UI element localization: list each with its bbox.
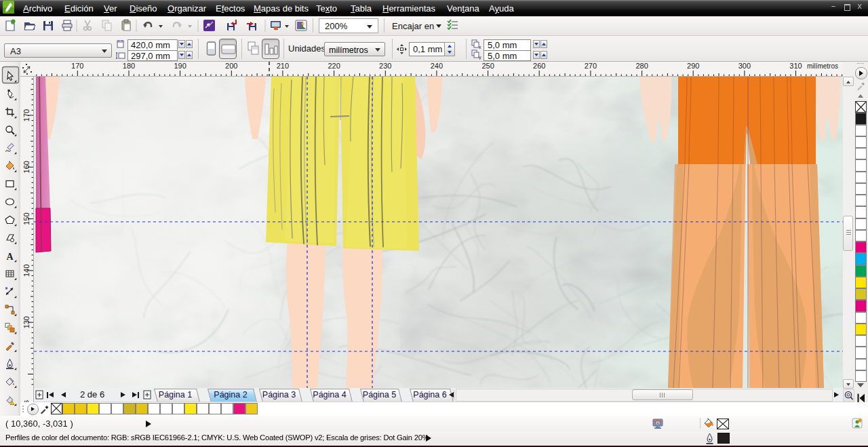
svg-text:260: 260 <box>533 62 545 70</box>
svg-text:310: 310 <box>789 62 802 70</box>
svg-text:300: 300 <box>738 62 751 70</box>
svg-text:130: 130 <box>22 316 31 328</box>
svg-text:y: y <box>479 55 481 60</box>
svg-text:210: 210 <box>277 62 289 70</box>
svg-text:200: 200 <box>225 62 237 70</box>
svg-text:270: 270 <box>585 62 597 70</box>
svg-text:x: x <box>479 45 481 50</box>
svg-text:140: 140 <box>22 265 31 277</box>
svg-text:160: 160 <box>22 161 31 173</box>
svg-text:170: 170 <box>71 62 83 70</box>
svg-text:280: 280 <box>635 62 648 70</box>
svg-text:180: 180 <box>123 62 135 70</box>
svg-text:170: 170 <box>22 109 31 121</box>
svg-text:250: 250 <box>481 62 494 70</box>
svg-text:A: A <box>6 252 14 262</box>
svg-text:230: 230 <box>379 62 391 70</box>
svg-text:190: 190 <box>174 62 186 70</box>
svg-text:150: 150 <box>22 212 31 225</box>
svg-text:220: 220 <box>328 62 340 70</box>
svg-text:240: 240 <box>431 62 443 70</box>
svg-text:milímetros: milímetros <box>807 62 838 70</box>
svg-text:290: 290 <box>687 62 699 70</box>
